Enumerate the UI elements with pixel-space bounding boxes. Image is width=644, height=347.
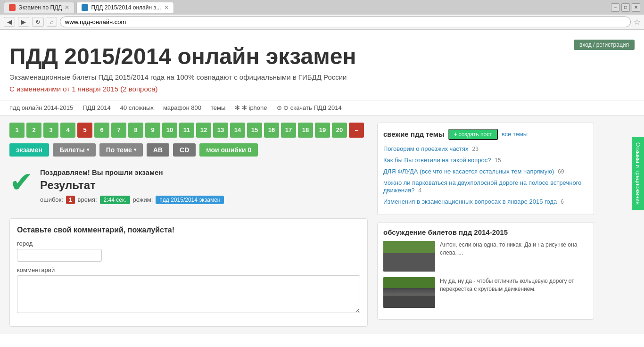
- checkmark-icon: ✔: [9, 168, 33, 197]
- time-value-badge: 2:44 сек.: [100, 196, 130, 204]
- nav-item-download[interactable]: ⊙ скачать ПДД 2014: [277, 104, 342, 111]
- main-nav: пдд онлайн 2014-2015 ПДД 2014 40 сложных…: [0, 100, 644, 116]
- ticket-17[interactable]: 17: [281, 123, 296, 138]
- forum-item-1: Как бы Вы ответили на такой вопрос? 15: [383, 156, 588, 164]
- result-area: ✔ Поздравляем! Вы прошли экзамен Результ…: [9, 164, 368, 209]
- tab-close-2[interactable]: ✕: [164, 4, 169, 11]
- browser-tab-1[interactable]: Экзамен по ПДД ✕: [4, 2, 74, 13]
- my-errors-button[interactable]: мои ошибки 0: [199, 143, 258, 157]
- tab-close-1[interactable]: ✕: [65, 4, 69, 11]
- city-input[interactable]: [17, 249, 102, 262]
- forum-section: свежие пдд темы создать пост все темы По…: [377, 123, 594, 215]
- discussion-text-1: Ну да, ну да - чтобы отличить кольцевую …: [440, 277, 588, 293]
- forum-header: свежие пдд темы создать пост все темы: [383, 129, 588, 140]
- discussion-section: обсуждение билетов пдд 2014-2015 Антон, …: [377, 222, 594, 320]
- ticket-7[interactable]: 7: [111, 123, 126, 138]
- ticket-8[interactable]: 8: [128, 123, 143, 138]
- forward-button[interactable]: ▶: [18, 17, 29, 27]
- header-area: вход / регистрация ПДД 2015/2014 онлайн …: [0, 30, 644, 100]
- ticket-20[interactable]: 20: [332, 123, 347, 138]
- congrats-text: Поздравляем! Вы прошли экзамен: [40, 168, 224, 176]
- ticket-4[interactable]: 4: [60, 123, 75, 138]
- all-themes-link[interactable]: все темы: [502, 131, 528, 138]
- forum-link-3[interactable]: можно ли парковаться на двухполосной дор…: [383, 179, 581, 194]
- ticket-14[interactable]: 14: [230, 123, 245, 138]
- ticket-11[interactable]: 11: [179, 123, 194, 138]
- minimize-button[interactable]: –: [611, 3, 619, 12]
- forum-item-4: Изменения в экзаменационных вопросах в я…: [383, 198, 588, 205]
- action-buttons: экзамен Билеты По теме АВ CD мои ошибки …: [9, 143, 368, 157]
- nav-item-themes[interactable]: темы: [211, 104, 225, 111]
- ab-button[interactable]: АВ: [147, 143, 169, 157]
- by-theme-button[interactable]: По теме: [99, 143, 143, 157]
- ticket-5[interactable]: 5: [77, 123, 92, 138]
- ticket-minus[interactable]: –: [349, 123, 364, 138]
- sidebar: свежие пдд темы создать пост все темы По…: [377, 123, 594, 327]
- nav-item-marathon[interactable]: марафон 800: [163, 104, 201, 111]
- iphone-icon: ✻: [242, 104, 249, 111]
- errors-count-badge: 1: [66, 196, 75, 204]
- city-label: город: [17, 240, 360, 247]
- errors-label: ошибок:: [40, 196, 63, 203]
- ticket-13[interactable]: 13: [213, 123, 228, 138]
- ticket-15[interactable]: 15: [247, 123, 262, 138]
- ticket-1[interactable]: 1: [9, 123, 25, 138]
- ticket-2[interactable]: 2: [26, 123, 41, 138]
- create-post-button[interactable]: создать пост: [448, 129, 498, 140]
- forum-count-4: 6: [561, 198, 564, 205]
- browser-toolbar: ◀ ▶ ↻ ⌂ ☆: [0, 15, 644, 30]
- forum-link-2[interactable]: ДЛЯ ФЛУДА (все что не касается остальных…: [383, 168, 554, 175]
- forum-count-2: 69: [558, 168, 564, 175]
- forum-link-4[interactable]: Изменения в экзаменационных вопросах в я…: [383, 198, 557, 205]
- ticket-16[interactable]: 16: [264, 123, 279, 138]
- content-wrapper: 1 2 3 4 5 6 7 8 9 10 11 12 13 14 15 16 1…: [0, 116, 644, 334]
- browser-tab-2[interactable]: ПДД 2015/2014 онлайн э... ✕: [76, 2, 173, 13]
- close-button[interactable]: ✕: [632, 3, 640, 12]
- comment-group: комментарий: [17, 266, 360, 314]
- thumb-road-image-0: [383, 241, 435, 272]
- comment-label: комментарий: [17, 266, 360, 273]
- address-bar[interactable]: [60, 17, 631, 27]
- forum-count-1: 15: [495, 157, 501, 164]
- ticket-12[interactable]: 12: [196, 123, 211, 138]
- tab-label-2: ПДД 2015/2014 онлайн э...: [91, 4, 161, 11]
- exam-button[interactable]: экзамен: [9, 143, 49, 157]
- maximize-button[interactable]: □: [621, 3, 630, 12]
- page-wrapper: вход / регистрация ПДД 2015/2014 онлайн …: [0, 30, 644, 347]
- nav-item-iphone[interactable]: ✻ iphone: [235, 104, 267, 111]
- login-link[interactable]: вход / регистрация: [574, 40, 635, 50]
- discussion-item-0: Антон, если она одна, то никак. Да и на …: [383, 241, 588, 272]
- tab-favicon-2: [82, 4, 88, 11]
- forum-item-0: Поговорим о проезжих частях 23: [383, 145, 588, 152]
- forum-count-3: 4: [418, 187, 421, 194]
- forum-link-1[interactable]: Как бы Вы ответили на такой вопрос?: [383, 157, 491, 164]
- tickets-button[interactable]: Билеты: [53, 143, 96, 157]
- ticket-6[interactable]: 6: [94, 123, 109, 138]
- forum-link-0[interactable]: Поговорим о проезжих частях: [383, 145, 469, 152]
- site-title: ПДД 2015/2014 онлайн экзамен: [9, 44, 635, 69]
- ticket-3[interactable]: 3: [43, 123, 58, 138]
- discussion-text-0: Антон, если она одна, то никак. Да и на …: [440, 241, 588, 257]
- cd-button[interactable]: CD: [173, 143, 196, 157]
- back-button[interactable]: ◀: [4, 17, 15, 27]
- main-content: 1 2 3 4 5 6 7 8 9 10 11 12 13 14 15 16 1…: [9, 123, 368, 327]
- nav-item-40-hard[interactable]: 40 сложных: [120, 104, 154, 111]
- ticket-19[interactable]: 19: [315, 123, 330, 138]
- nav-item-pdd-2014[interactable]: ПДД 2014: [83, 104, 110, 111]
- ticket-18[interactable]: 18: [298, 123, 313, 138]
- site-subtitle: Экзаменационные билеты ПДД 2015/2014 год…: [9, 73, 635, 81]
- browser-chrome: Экзамен по ПДД ✕ ПДД 2015/2014 онлайн э.…: [0, 0, 644, 30]
- ticket-9[interactable]: 9: [145, 123, 160, 138]
- bookmark-icon[interactable]: ☆: [634, 17, 640, 26]
- ticket-10[interactable]: 10: [162, 123, 177, 138]
- result-title: Результат: [40, 179, 224, 192]
- discussion-thumb-0: [383, 241, 435, 272]
- result-text: Поздравляем! Вы прошли экзамен Результат…: [40, 168, 224, 204]
- comment-textarea[interactable]: [17, 275, 360, 313]
- home-button[interactable]: ⌂: [47, 17, 57, 27]
- nav-item-pdd-online[interactable]: пдд онлайн 2014-2015: [9, 104, 73, 111]
- reload-button[interactable]: ↻: [32, 17, 44, 27]
- thumb-road-image-1: [383, 277, 435, 308]
- feedback-tab[interactable]: Отзывы и предложения: [632, 137, 644, 210]
- ticket-grid: 1 2 3 4 5 6 7 8 9 10 11 12 13 14 15 16 1…: [9, 123, 368, 138]
